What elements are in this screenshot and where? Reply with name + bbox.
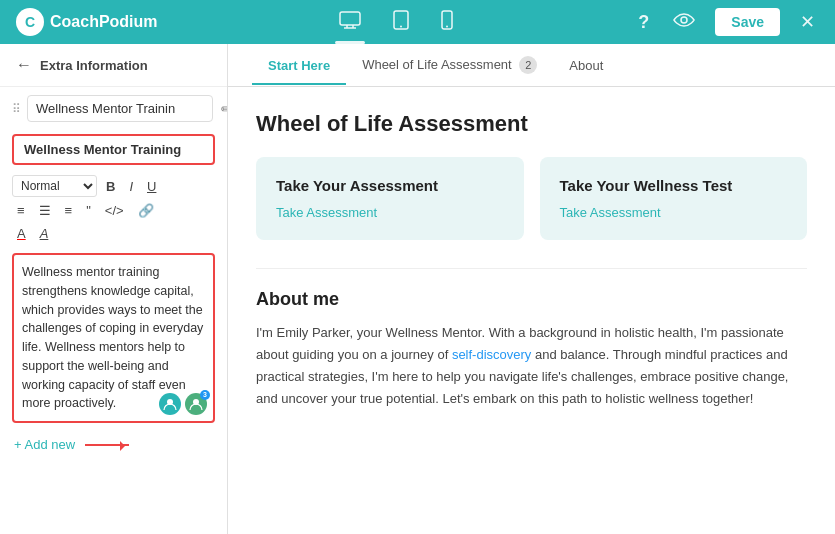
svg-point-7: [446, 25, 448, 27]
tabs-bar: Start Here Wheel of Life Assessment 2 Ab…: [228, 44, 835, 87]
sidebar-item-row: ⠿ ✏ 🗑: [0, 87, 227, 130]
tab-badge: 2: [519, 56, 537, 74]
paragraph-style-select[interactable]: Normal Heading 1 Heading 2: [12, 175, 97, 197]
card-1: Take Your Assessment Take Assessment: [256, 157, 524, 240]
nav-right: ? Save ✕: [634, 7, 819, 37]
italic-button[interactable]: I: [124, 177, 138, 196]
svg-point-8: [681, 17, 687, 23]
about-section: About me I'm Emily Parker, your Wellness…: [256, 268, 807, 410]
tab-wheel-of-life[interactable]: Wheel of Life Assessment 2: [346, 44, 553, 86]
quote-button[interactable]: ": [81, 201, 96, 220]
save-button[interactable]: Save: [715, 8, 780, 36]
avatar-teal: [159, 393, 181, 415]
highlight-self-discovery: self-discovery: [452, 347, 531, 362]
tab-start-here[interactable]: Start Here: [252, 46, 346, 85]
card-1-link[interactable]: Take Assessment: [276, 205, 377, 220]
tab-about[interactable]: About: [553, 46, 619, 85]
preview-button[interactable]: [669, 8, 699, 37]
mobile-view-button[interactable]: [437, 6, 457, 39]
bold-button[interactable]: B: [101, 177, 120, 196]
svg-point-5: [400, 25, 402, 27]
align-left-button[interactable]: ≡: [12, 201, 30, 220]
format-row-1: Normal Heading 1 Heading 2 B I U: [12, 175, 215, 197]
align-right-button[interactable]: ≡: [60, 201, 78, 220]
cards-row: Take Your Assessment Take Assessment Tak…: [256, 157, 807, 240]
selected-item-label: Wellness Mentor Training: [12, 134, 215, 165]
add-new-label: + Add new: [14, 437, 75, 452]
content-body: Wheel of Life Assessment Take Your Asses…: [228, 87, 835, 434]
close-button[interactable]: ✕: [796, 7, 819, 37]
monitor-view-button[interactable]: [335, 7, 365, 38]
avatar-green: 3: [185, 393, 207, 415]
text-content: Wellness mentor training strengthens kno…: [22, 265, 203, 410]
content-area: Start Here Wheel of Life Assessment 2 Ab…: [228, 44, 835, 534]
main-layout: ← Extra Information ⠿ ✏ 🗑 Wellness Mento…: [0, 44, 835, 534]
section-title: Wheel of Life Assessment: [256, 111, 807, 137]
format-row-3: A A: [12, 224, 215, 243]
text-style-button[interactable]: A: [35, 224, 54, 243]
about-text: I'm Emily Parker, your Wellness Mentor. …: [256, 322, 807, 410]
link-button[interactable]: 🔗: [133, 201, 159, 220]
about-title: About me: [256, 289, 807, 310]
text-content-area[interactable]: Wellness mentor training strengthens kno…: [12, 253, 215, 423]
sidebar-title: Extra Information: [40, 58, 148, 73]
top-navigation: C CoachPodium ?: [0, 0, 835, 44]
sidebar-header: ← Extra Information: [0, 44, 227, 87]
add-new-row[interactable]: + Add new: [0, 427, 227, 462]
sidebar: ← Extra Information ⠿ ✏ 🗑 Wellness Mento…: [0, 44, 228, 534]
format-row-2: ≡ ☰ ≡ " </> 🔗: [12, 201, 215, 220]
card-2-title: Take Your Wellness Test: [560, 177, 788, 194]
help-button[interactable]: ?: [634, 8, 653, 37]
edit-item-button[interactable]: ✏: [219, 99, 228, 119]
card-2-link[interactable]: Take Assessment: [560, 205, 661, 220]
drag-handle-icon[interactable]: ⠿: [12, 102, 21, 116]
logo-area: C CoachPodium: [16, 8, 158, 36]
card-2: Take Your Wellness Test Take Assessment: [540, 157, 808, 240]
tablet-view-button[interactable]: [389, 6, 413, 39]
nav-center: [158, 6, 635, 39]
back-button[interactable]: ←: [16, 56, 32, 74]
avatar-badge: 3: [200, 390, 210, 400]
text-color-button[interactable]: A: [12, 224, 31, 243]
logo-icon: C: [16, 8, 44, 36]
logo-text: CoachPodium: [50, 13, 158, 31]
format-toolbar: Normal Heading 1 Heading 2 B I U ≡ ☰ ≡ "…: [0, 169, 227, 249]
item-input[interactable]: [27, 95, 213, 122]
code-button[interactable]: </>: [100, 201, 129, 220]
underline-button[interactable]: U: [142, 177, 161, 196]
avatar-icons: 3: [159, 393, 207, 415]
card-1-title: Take Your Assessment: [276, 177, 504, 194]
svg-rect-0: [340, 12, 360, 25]
align-center-button[interactable]: ☰: [34, 201, 56, 220]
